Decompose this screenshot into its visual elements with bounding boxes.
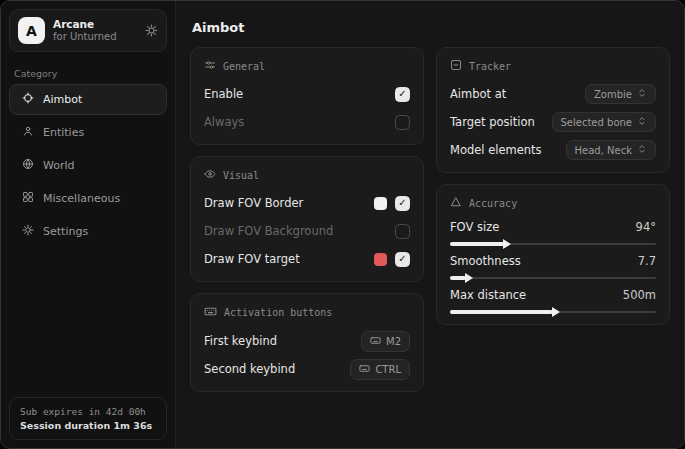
keyboard-icon [359, 363, 370, 376]
setting-label: Second keybind [204, 362, 295, 376]
section-title: Tracker [469, 61, 511, 72]
setting-label: First keybind [204, 334, 277, 348]
app-header-card: A Arcane for Unturned [9, 9, 167, 52]
section-title: Activation buttons [224, 307, 332, 318]
fov-border-checkbox[interactable] [395, 196, 410, 211]
category-label: Category [14, 68, 175, 79]
sidebar-item-label: Miscellaneous [43, 192, 120, 205]
sidebar-item-label: World [43, 159, 75, 172]
smoothness-slider[interactable] [450, 277, 656, 279]
setting-row-fov-target: Draw FOV target [204, 248, 410, 270]
section-title: Visual [223, 170, 259, 181]
setting-row-fov-border: Draw FOV Border [204, 192, 410, 214]
keybind-value: CTRL [375, 364, 401, 375]
setting-label: Draw FOV target [204, 252, 300, 266]
slider-thumb[interactable] [503, 239, 511, 249]
color-swatch[interactable] [374, 197, 387, 210]
keyboard-icon [204, 305, 217, 320]
chevrons-up-down-icon [637, 88, 647, 100]
session-duration-text: Session duration 1m 36s [20, 420, 156, 431]
accuracy-card: Accuracy FOV size 94° Smoothness [436, 184, 670, 325]
app-title: Arcane [53, 18, 137, 31]
setting-row-model-elements: Model elements Head, Neck [450, 139, 656, 161]
setting-row-first-keybind: First keybind M2 [204, 330, 410, 352]
sidebar-item-aimbot[interactable]: Aimbot [9, 84, 167, 115]
slider-thumb[interactable] [465, 273, 473, 283]
setting-label: Aimbot at [450, 87, 506, 101]
crosshair-icon [22, 92, 34, 107]
select-value: Selected bone [561, 117, 632, 128]
slider-thumb[interactable] [552, 307, 560, 317]
setting-label: Target position [450, 115, 535, 129]
keybind-value: M2 [386, 336, 401, 347]
setting-label: Max distance [450, 288, 526, 302]
setting-row-aimbot-at: Aimbot at Zombie [450, 83, 656, 105]
setting-row-second-keybind: Second keybind CTRL [204, 358, 410, 380]
subscription-info-card: Sub expires in 42d 00h Session duration … [9, 397, 167, 440]
setting-label: Draw FOV Border [204, 196, 303, 210]
setting-row-always: Always [204, 111, 410, 133]
slider-value: 94° [636, 220, 656, 234]
grid-icon [22, 191, 34, 206]
sidebar-item-world[interactable]: World [9, 150, 167, 181]
slider-value: 500m [623, 288, 656, 302]
gear-icon [22, 224, 34, 239]
app-window: A Arcane for Unturned Category Aimbot En… [0, 0, 685, 449]
select-value: Head, Neck [575, 145, 632, 156]
always-checkbox[interactable] [395, 115, 410, 130]
eye-icon [204, 168, 216, 182]
sub-expiry-text: Sub expires in 42d 00h [20, 406, 156, 417]
select-value: Zombie [594, 89, 632, 100]
second-keybind-button[interactable]: CTRL [350, 359, 410, 380]
page-title: Aimbot [192, 20, 670, 35]
slider-value: 7.7 [638, 254, 656, 268]
triangle-icon [450, 196, 462, 210]
setting-row-target-position: Target position Selected bone [450, 111, 656, 133]
header-gear-icon[interactable] [145, 24, 158, 37]
activation-card: Activation buttons First keybind M2 Seco… [190, 293, 424, 392]
setting-label: Draw FOV Background [204, 224, 333, 238]
section-title: General [223, 61, 265, 72]
enable-checkbox[interactable] [395, 87, 410, 102]
chevrons-up-down-icon [637, 116, 647, 128]
aimbot-at-select[interactable]: Zombie [585, 84, 656, 104]
setting-row-smoothness: Smoothness 7.7 [450, 254, 656, 279]
color-swatch[interactable] [374, 253, 387, 266]
sidebar-item-label: Entities [43, 126, 84, 139]
setting-label: Model elements [450, 143, 542, 157]
sidebar-item-entities[interactable]: Entities [9, 117, 167, 148]
globe-icon [22, 158, 34, 173]
general-card: General Enable Always [190, 47, 424, 145]
main-content: Aimbot General Enable Alw [176, 1, 684, 448]
chevrons-up-down-icon [637, 144, 647, 156]
model-elements-select[interactable]: Head, Neck [566, 140, 656, 160]
setting-row-fov-size: FOV size 94° [450, 220, 656, 245]
entities-icon [22, 125, 34, 140]
sidebar: A Arcane for Unturned Category Aimbot En… [1, 1, 176, 448]
sliders-icon [204, 59, 216, 73]
app-logo: A [18, 17, 45, 44]
sidebar-item-label: Settings [43, 225, 88, 238]
setting-label: Always [204, 115, 244, 129]
setting-label: FOV size [450, 220, 499, 234]
setting-label: Enable [204, 87, 243, 101]
target-position-select[interactable]: Selected bone [552, 112, 656, 132]
square-minus-icon [450, 59, 462, 73]
sidebar-item-settings[interactable]: Settings [9, 216, 167, 247]
setting-label: Smoothness [450, 254, 521, 268]
fov-size-slider[interactable] [450, 243, 656, 245]
setting-row-fov-background: Draw FOV Background [204, 220, 410, 242]
section-title: Accuracy [469, 198, 517, 209]
first-keybind-button[interactable]: M2 [361, 331, 410, 352]
keyboard-icon [370, 335, 381, 348]
fov-background-checkbox[interactable] [395, 224, 410, 239]
fov-target-checkbox[interactable] [395, 252, 410, 267]
sidebar-item-label: Aimbot [43, 93, 82, 106]
visual-card: Visual Draw FOV Border Draw FOV Backgrou… [190, 156, 424, 282]
app-subtitle: for Unturned [53, 31, 137, 44]
tracker-card: Tracker Aimbot at Zombie Target position [436, 47, 670, 173]
sidebar-item-miscellaneous[interactable]: Miscellaneous [9, 183, 167, 214]
setting-row-enable: Enable [204, 83, 410, 105]
setting-row-max-distance: Max distance 500m [450, 288, 656, 313]
max-distance-slider[interactable] [450, 311, 656, 313]
